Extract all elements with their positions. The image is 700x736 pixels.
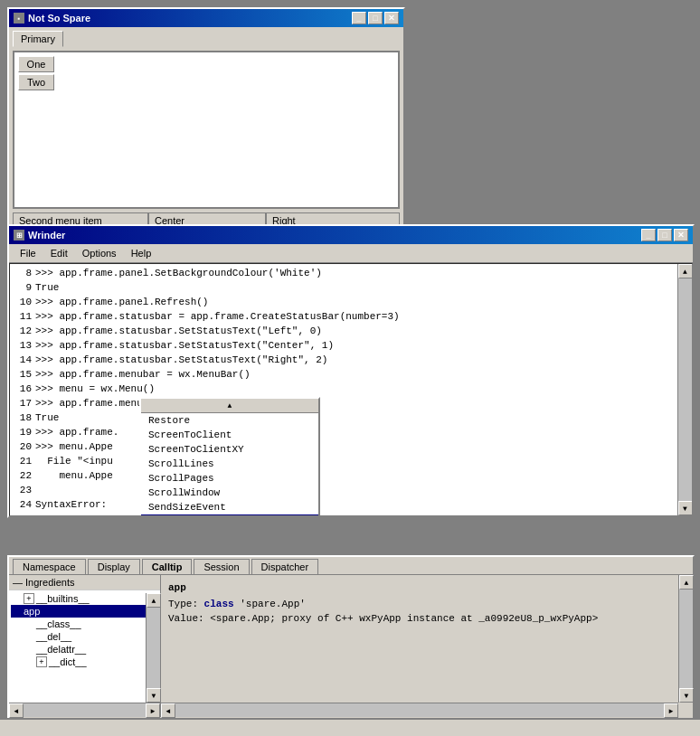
- dropdown-item-setacceleratortable[interactable]: SetAcceleratorTable: [141, 514, 318, 516]
- tree-item-delattr[interactable]: __delattr__: [11, 643, 158, 656]
- panel-tabs: Namespace Display Calltip Session Dispat…: [9, 557, 693, 574]
- tab-display[interactable]: Display: [88, 559, 140, 574]
- tab-buttons: One Two: [14, 52, 398, 94]
- tree-item-dict[interactable]: + __dict__: [11, 656, 158, 668]
- tree-item-app[interactable]: app: [11, 605, 158, 618]
- minimize-button[interactable]: _: [352, 12, 366, 24]
- ide-maximize-button[interactable]: □: [657, 229, 672, 241]
- scroll-down-button[interactable]: ▼: [678, 501, 693, 515]
- tab-two[interactable]: Two: [18, 74, 54, 90]
- code-line-16: 16 >>> menu = wx.Menu(): [14, 382, 674, 396]
- tree-panel-wrapper: — Ingredients + __builtins__ app __class…: [9, 575, 161, 717]
- calltip-scroll-up[interactable]: ▲: [679, 575, 694, 590]
- tree-scroll-track[interactable]: [147, 608, 160, 688]
- panel-content: — Ingredients + __builtins__ app __class…: [9, 574, 693, 717]
- tree-scroll-up[interactable]: ▲: [147, 593, 161, 608]
- code-content[interactable]: 8 >>> app.frame.panel.SetBackgroundColou…: [10, 264, 677, 515]
- help-menu[interactable]: Help: [124, 246, 159, 260]
- tab-dispatcher[interactable]: Dispatcher: [251, 559, 319, 574]
- bottom-status-bar: [0, 718, 700, 736]
- code-line-14: 14 >>> app.frame.statusbar.SetStatusText…: [14, 353, 674, 367]
- options-menu[interactable]: Options: [75, 246, 124, 260]
- tab-calltip[interactable]: Calltip: [142, 559, 193, 574]
- code-line-25: 25 >>> menu.Appe: [14, 512, 674, 515]
- app-menu-bar: Primary: [13, 31, 400, 47]
- app-title-bar: ▪ Not So Spare _ □ ✕: [9, 9, 403, 27]
- scroll-up-button[interactable]: ▲: [678, 264, 693, 278]
- app-title: Not So Spare: [28, 13, 90, 24]
- tree-hscroll-right[interactable]: ►: [146, 703, 160, 718]
- calltip-title: app: [168, 582, 686, 593]
- notebook-area: One Two: [13, 51, 400, 209]
- app-window: ▪ Not So Spare _ □ ✕ Primary One Two Sec…: [7, 7, 405, 234]
- tab-one[interactable]: One: [18, 56, 54, 72]
- code-line-17: 17 >>> app.frame.menubar.Append(menu, "P…: [14, 396, 674, 410]
- calltip-scrollbar[interactable]: ▲ ▼: [678, 575, 693, 703]
- calltip-hscroll-left[interactable]: ◄: [161, 703, 175, 718]
- dropdown-item-screentoclient[interactable]: ScreenToClient: [141, 428, 318, 442]
- primary-tab[interactable]: Primary: [13, 31, 63, 47]
- app-icon: ▪: [14, 13, 24, 24]
- dropdown-item-sendsizeevent[interactable]: SendSizeEvent: [141, 500, 318, 514]
- maximize-button[interactable]: □: [368, 12, 383, 24]
- tree-hscroll-left[interactable]: ◄: [9, 703, 24, 718]
- calltip-hscroll: ◄ ►: [161, 703, 678, 717]
- code-line-9: 9 True: [14, 280, 674, 295]
- calltip-scroll-down[interactable]: ▼: [679, 688, 694, 703]
- tree-hscroll-track[interactable]: [24, 703, 146, 717]
- dropdown-item-screentoclientxy[interactable]: ScreenToClientXY: [141, 442, 318, 457]
- bottom-panel: Namespace Display Calltip Session Dispat…: [7, 555, 695, 727]
- expand-builtins[interactable]: +: [24, 593, 34, 604]
- tree-scroll-down[interactable]: ▼: [147, 688, 161, 703]
- code-line-18: 18 True: [14, 410, 674, 425]
- dropdown-scroll-up[interactable]: ▲: [141, 399, 318, 413]
- ide-title-buttons: _ □ ✕: [641, 229, 688, 241]
- code-line-22: 22 menu.Appe a item"): [14, 468, 674, 483]
- ide-title-left: ⊞ Wrinder: [14, 230, 65, 241]
- close-button[interactable]: ✕: [384, 12, 399, 24]
- dropdown-item-scrollpages[interactable]: ScrollPages: [141, 471, 318, 486]
- code-scrollbar[interactable]: ▲ ▼: [677, 264, 692, 515]
- code-line-12: 12 >>> app.frame.statusbar.SetStatusText…: [14, 324, 674, 338]
- code-line-15: 15 >>> app.frame.menubar = wx.MenuBar(): [14, 367, 674, 382]
- tree-item-builtins[interactable]: + __builtins__: [11, 592, 158, 605]
- tree-scrollbar[interactable]: ▲ ▼: [146, 593, 160, 703]
- code-line-13: 13 >>> app.frame.statusbar.SetStatusText…: [14, 338, 674, 353]
- calltip-hscroll-right[interactable]: ►: [664, 703, 678, 718]
- autocomplete-dropdown: ▲ Restore ScreenToClient ScreenToClientX…: [139, 397, 320, 516]
- tab-session[interactable]: Session: [194, 559, 249, 574]
- file-menu[interactable]: File: [13, 246, 43, 260]
- ide-menu-bar: File Edit Options Help: [9, 244, 693, 263]
- edit-menu[interactable]: Edit: [43, 246, 75, 260]
- ide-close-button[interactable]: ✕: [674, 229, 688, 241]
- tree-header: — Ingredients: [9, 575, 160, 590]
- calltip-panel: app Type: class 'spare.App' Value: <spar…: [161, 575, 693, 717]
- code-line-11: 11 >>> app.frame.statusbar = app.frame.C…: [14, 309, 674, 324]
- ide-title-bar: ⊞ Wrinder _ □ ✕: [9, 226, 693, 244]
- tab-namespace[interactable]: Namespace: [13, 559, 86, 574]
- dropdown-item-scrolllines[interactable]: ScrollLines: [141, 457, 318, 471]
- code-line-8: 8 >>> app.frame.panel.SetBackgroundColou…: [14, 266, 674, 280]
- tree-item-del[interactable]: __del__: [11, 630, 158, 643]
- code-line-10: 10 >>> app.frame.panel.Refresh(): [14, 295, 674, 309]
- ide-icon: ⊞: [14, 230, 24, 241]
- ide-minimize-button[interactable]: _: [641, 229, 656, 241]
- title-bar-left: ▪ Not So Spare: [14, 13, 90, 24]
- tree-hscroll: ◄ ►: [9, 703, 160, 717]
- ide-window: ⊞ Wrinder _ □ ✕ File Edit Options Help 8…: [7, 224, 695, 518]
- code-line-20: 20 >>> menu.Appe a item"): [14, 439, 674, 454]
- scroll-track[interactable]: [678, 278, 692, 501]
- ide-title: Wrinder: [28, 230, 65, 241]
- expand-dict[interactable]: +: [36, 656, 47, 667]
- calltip-value-row: Value: <spare.App; proxy of C++ wxPyApp …: [168, 613, 686, 624]
- dropdown-item-restore[interactable]: Restore: [141, 413, 318, 428]
- code-line-24: 24 SyntaxError:: [14, 497, 674, 512]
- app-content: Primary One Two Second menu item Center …: [9, 27, 403, 232]
- code-line-23: 23: [14, 483, 674, 497]
- tree-content[interactable]: + __builtins__ app __class__ __del__: [9, 590, 160, 703]
- code-line-21: 21 File "<inpu: [14, 454, 674, 468]
- dropdown-item-scrollwindow[interactable]: ScrollWindow: [141, 486, 318, 500]
- code-area: 8 >>> app.frame.panel.SetBackgroundColou…: [9, 263, 693, 516]
- tree-item-class[interactable]: __class__: [11, 618, 158, 630]
- title-buttons: _ □ ✕: [352, 12, 399, 24]
